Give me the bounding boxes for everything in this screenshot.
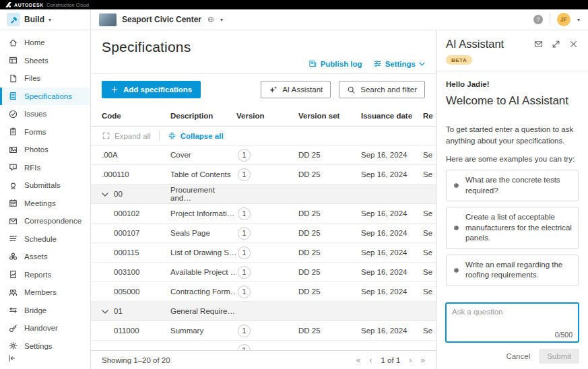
- add-specifications-label: Add specifications: [123, 86, 192, 94]
- version-cell: 1: [236, 149, 298, 162]
- user-avatar[interactable]: JF: [557, 13, 570, 26]
- collapse-all-icon: [168, 131, 176, 140]
- example-question-3[interactable]: Write an email regarding the roofing req…: [446, 255, 579, 286]
- header-links-row: Publish log Settings: [91, 55, 436, 74]
- table-row-003100[interactable]: 003100Available Project …1DD 25Sep 16, 2…: [91, 263, 436, 282]
- schedule-icon: [8, 234, 18, 244]
- expand-all-button[interactable]: Expand all: [102, 131, 151, 140]
- autodesk-top-bar: AUTODESK Construction Cloud: [0, 0, 588, 9]
- version-set-cell: DD 25: [298, 268, 361, 276]
- table-row--000110[interactable]: .000110Table of Contents1DD 25Sep 16, 20…: [91, 165, 436, 184]
- sidebar-item-files[interactable]: Files: [0, 69, 90, 88]
- issuance-date-cell: Sep 16, 2024: [361, 170, 423, 178]
- example-question-text: Create a list of acceptable manufacturer…: [465, 212, 572, 244]
- submit-button[interactable]: Submit: [539, 349, 579, 364]
- table-row--00a[interactable]: .00ACover1DD 25Sep 16, 2024Se: [91, 145, 436, 165]
- search-and-filter-button[interactable]: Search and filter: [339, 81, 425, 98]
- extra-cell: Se: [423, 151, 436, 159]
- group-row-01[interactable]: 01General Require…: [91, 302, 436, 321]
- version-set-cell: DD 25: [298, 327, 361, 335]
- sidebar-item-issues[interactable]: Issues: [0, 105, 90, 123]
- sidebar-item-photos[interactable]: Photos: [0, 141, 90, 159]
- sidebar-item-sheets[interactable]: Sheets: [0, 52, 90, 70]
- code-cell: 003100: [102, 268, 170, 276]
- issuance-date-cell: Sep 16, 2024: [361, 327, 423, 335]
- toolbar-right: AI Assistant Search and filter: [261, 81, 425, 98]
- add-specifications-button[interactable]: Add specifications: [102, 81, 201, 98]
- table-row-000102[interactable]: 000102Project Informati…1DD 25Sep 16, 20…: [91, 204, 436, 224]
- example-question-2[interactable]: Create a list of acceptable manufacturer…: [446, 207, 579, 249]
- group-description-cell: Procurement and…: [170, 186, 236, 202]
- next-page-button[interactable]: ›: [409, 356, 412, 365]
- sidebar-item-meetings[interactable]: Meetings: [0, 195, 90, 213]
- sidebar-item-rfis[interactable]: RFIs: [0, 159, 90, 177]
- sidebar-item-label: Settings: [24, 342, 53, 350]
- project-selector[interactable]: Seaport Civic Center ▾: [91, 9, 231, 30]
- envelope-icon[interactable]: [533, 39, 544, 49]
- char-counter: 0/500: [555, 331, 573, 339]
- prev-page-button[interactable]: ‹: [370, 356, 372, 365]
- app-bar-right: ? JF ▾: [533, 9, 588, 30]
- last-page-button[interactable]: »: [420, 356, 425, 365]
- table-row-005000[interactable]: 005000Contracting Form…1DD 25Sep 16, 202…: [91, 282, 436, 302]
- issues-icon: [8, 109, 18, 119]
- ai-panel-title: AI Assistant: [446, 38, 533, 51]
- extra-cell: Se: [423, 170, 436, 178]
- bridge-icon: [8, 305, 18, 315]
- sidebar-item-schedule[interactable]: Schedule: [0, 230, 90, 248]
- example-question-1[interactable]: What are the concrete tests required?: [446, 170, 579, 201]
- publish-log-link[interactable]: Publish log: [308, 59, 362, 68]
- sidebar-item-submittals[interactable]: Submittals: [0, 176, 90, 195]
- sidebar-item-assets[interactable]: Assets: [0, 248, 90, 266]
- expand-panel-icon[interactable]: [551, 39, 561, 49]
- sidebar-item-specifications[interactable]: Specifications: [0, 88, 90, 106]
- user-caret-down-icon[interactable]: ▾: [577, 17, 580, 23]
- sidebar-item-label: Correspondence: [24, 217, 81, 225]
- extra-cell: Se: [423, 288, 436, 296]
- ai-assistant-button-label: AI Assistant: [282, 86, 323, 94]
- sidebar-item-correspondence[interactable]: Correspondence: [0, 212, 90, 230]
- column-header-code: Code: [102, 112, 170, 120]
- code-cell: 005000: [102, 288, 170, 296]
- sheets-icon: [8, 55, 18, 65]
- help-icon[interactable]: ?: [533, 15, 543, 24]
- sidebar-item-bridge[interactable]: Bridge: [0, 302, 90, 320]
- sidebar-item-reports[interactable]: Reports: [0, 266, 90, 284]
- meetings-icon: [8, 198, 18, 208]
- sidebar-item-members[interactable]: Members: [0, 283, 90, 302]
- search-icon: [347, 86, 356, 94]
- sidebar-item-label: Forms: [24, 128, 46, 136]
- sidebar-item-label: Home: [24, 38, 45, 46]
- group-code-cell: 01: [102, 307, 170, 315]
- module-switcher[interactable]: Build ▾: [0, 9, 91, 30]
- settings-link[interactable]: Settings: [373, 59, 425, 68]
- sidebar-item-forms[interactable]: Forms: [0, 123, 90, 141]
- description-cell: Table of Contents: [170, 170, 236, 178]
- collapse-all-button[interactable]: Collapse all: [168, 131, 224, 140]
- group-row-00[interactable]: 00Procurement and…: [91, 184, 436, 204]
- table-row-011000[interactable]: 011000Summary1DD 25Sep 16, 2024Se: [91, 321, 436, 341]
- code-cell: 000107: [102, 229, 170, 237]
- table-row-000107[interactable]: 000107Seals Page1DD 25Sep 16, 2024Se: [91, 224, 436, 243]
- sidebar-item-home[interactable]: Home: [0, 34, 90, 52]
- sidebar-collapse-button[interactable]: [7, 354, 16, 364]
- code-cell: .000110: [102, 170, 170, 178]
- close-icon[interactable]: [568, 39, 579, 49]
- version-cell: 1: [236, 286, 298, 298]
- sidebar-item-handover[interactable]: Handover: [0, 319, 90, 337]
- ai-assistant-button[interactable]: AI Assistant: [261, 81, 331, 98]
- cancel-button[interactable]: Cancel: [506, 352, 530, 360]
- ai-assistant-panel: AI Assistant BETA Hello Jadie! Welcome t…: [436, 30, 588, 369]
- first-page-button[interactable]: «: [356, 356, 361, 365]
- table-row-000115[interactable]: 000115List of Drawing S…1DD 25Sep 16, 20…: [91, 243, 436, 263]
- expand-all-icon: [102, 131, 110, 140]
- ai-greeting: Hello Jadie!: [446, 80, 579, 88]
- description-cell: Cover: [170, 151, 236, 159]
- sidebar-item-label: RFIs: [24, 164, 40, 172]
- assistant-dot-icon: [453, 224, 460, 232]
- description-cell: Project Informati…: [170, 209, 236, 217]
- table-row-partial[interactable]: 1: [91, 341, 436, 350]
- sidebar-item-settings[interactable]: Settings: [0, 337, 90, 356]
- extra-cell: Se: [423, 268, 436, 276]
- autodesk-brand-text: AUTODESK: [14, 3, 44, 7]
